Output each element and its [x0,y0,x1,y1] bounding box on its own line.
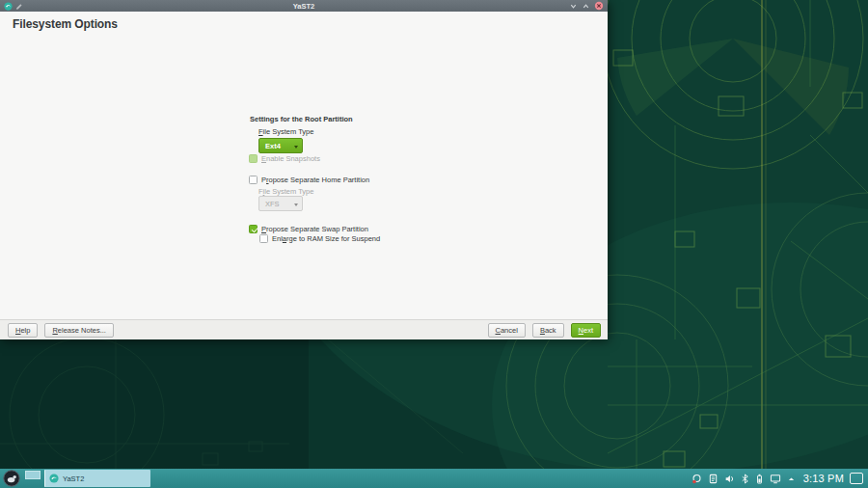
chevron-down-icon [294,146,298,149]
page-title: Filesystem Options [13,17,118,31]
cancel-button[interactable]: Cancel [488,323,526,338]
taskbar-item-label: YaST2 [63,474,84,483]
display-icon[interactable] [770,474,781,484]
taskbar-clock[interactable]: 3:13 PM [803,473,844,484]
battery-icon[interactable] [755,474,764,484]
system-tray [692,474,796,484]
enable-snapshots-label: Enable Snapshots [261,154,320,163]
window-content: Filesystem Options Settings for the Root… [0,12,608,319]
home-fs-type-dropdown: XFS [258,196,303,211]
volume-icon[interactable] [724,474,735,484]
home-partition-checkbox[interactable] [249,176,258,184]
home-partition-row[interactable]: Propose Separate Home Partition [249,176,369,184]
root-fs-type-dropdown[interactable]: Ext4 [258,138,303,153]
dialog-button-bar: Help Release Notes... Cancel Back Next [0,319,608,339]
taskbar: YaST2 [0,469,868,488]
release-notes-button[interactable]: Release Notes... [44,323,113,338]
minimize-icon[interactable] [569,2,578,11]
clipboard-icon[interactable] [708,474,719,484]
swap-partition-label[interactable]: Propose Separate Swap Partition [261,225,368,233]
root-fs-type-value: Ext4 [265,142,281,150]
xfce-menu-icon [3,470,20,487]
window-titlebar[interactable]: YaST2 [0,0,608,12]
swap-partition-row[interactable]: Propose Separate Swap Partition [249,225,368,233]
yast-task-icon [49,474,59,483]
window-title: YaST2 [0,2,608,11]
maximize-icon[interactable] [582,2,590,11]
enable-snapshots-checkbox [249,154,258,163]
root-fs-type-label: File System Type [258,127,313,136]
close-icon[interactable] [594,1,604,11]
taskbar-item-yast2[interactable]: YaST2 [44,470,150,487]
yast2-window: YaST2 Filesystem Options Settings for th… [0,0,608,339]
yast-app-icon [4,2,13,11]
show-desktop-button[interactable] [850,473,863,484]
home-partition-label[interactable]: Propose Separate Home Partition [261,176,369,184]
root-partition-section-label: Settings for the Root Partition [250,115,353,123]
home-fs-type-value: XFS [265,200,280,208]
applications-menu-button[interactable] [3,470,20,487]
pencil-icon [15,2,23,10]
next-button[interactable]: Next [571,323,601,338]
enable-snapshots-row: Enable Snapshots [249,154,320,163]
back-button[interactable]: Back [532,323,564,338]
tray-expand-icon[interactable] [787,474,796,483]
help-button[interactable]: Help [8,323,38,338]
enlarge-ram-checkbox[interactable] [259,234,268,243]
workspace-pager[interactable] [25,471,41,479]
chevron-down-icon [294,203,298,206]
enlarge-ram-label[interactable]: Enlarge to RAM Size for Suspend [272,234,380,243]
desktop: YaST2 Filesystem Options Settings for th… [0,0,868,488]
software-update-icon[interactable] [692,474,702,484]
enlarge-ram-row[interactable]: Enlarge to RAM Size for Suspend [259,234,380,243]
swap-partition-checkbox[interactable] [249,225,258,233]
bluetooth-icon[interactable] [741,474,749,484]
home-fs-type-label: File System Type [258,187,313,196]
